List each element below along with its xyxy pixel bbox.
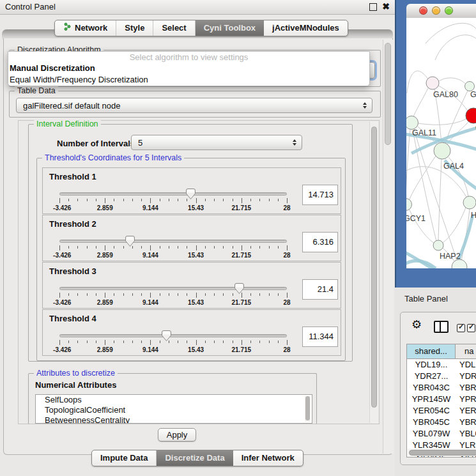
slider-tick [259,246,260,249]
network-node-gal80[interactable] [426,77,439,89]
tab-infer-network[interactable]: Infer Network [233,450,303,466]
tab-select[interactable]: Select [153,20,194,36]
slider-tick [233,341,233,343]
slider-tick-label: 21.715 [232,204,252,211]
network-node-gal11[interactable] [406,116,418,130]
tab-impute-data[interactable]: Impute Data [92,450,156,466]
network-canvas[interactable]: GAL80GACGAL11GAL4GCY1HHAP2 [406,18,476,268]
threshold-slider[interactable]: -3.4262.8599.14415.4321.71528 [59,188,287,213]
scrollbar-thumb[interactable] [385,43,391,145]
zoom-light-icon[interactable] [445,6,453,15]
attribute-item-betweennesscentrality[interactable]: BetweennessCentrality [36,415,312,424]
table-row[interactable]: YBR043CYBR0 [407,382,476,394]
slider-tick-label: -3.426 [53,204,71,211]
slider-track[interactable] [59,192,287,196]
tab-discretize-data[interactable]: Discretize Data [156,450,233,466]
thresholds-group: Threshold's Coordinates for 5 Intervals … [36,158,346,361]
table-hscrollbar[interactable] [408,449,476,456]
network-node-gcy1[interactable] [406,199,412,211]
close-light-icon[interactable] [419,6,427,15]
table-cell: YBL0 [456,428,476,440]
slider-track[interactable] [59,287,287,290]
tab-label: Impute Data [100,450,148,466]
attributes-group: Attributes to discretize Numerical Attri… [28,373,317,424]
float-window-icon[interactable] [369,3,377,11]
table-row[interactable]: YBL079WYBL0 [407,428,476,440]
slider-tick [259,341,260,343]
table-cell: YBR045C [407,417,456,428]
threshold-value-field[interactable]: 14.713 [302,185,338,205]
threshold-value-field[interactable]: 21.4 [302,279,338,300]
slider-tick [96,293,96,296]
table-data-combo[interactable]: galFiltered.sif default node [16,98,372,113]
gear-icon[interactable]: ⚙ [411,318,422,332]
slider-tick [278,341,279,343]
slider-tick [114,293,114,296]
slider-tick [150,245,151,250]
columns-icon[interactable] [434,321,449,333]
checkbox-icon[interactable] [467,324,475,332]
minimize-light-icon[interactable] [432,6,440,15]
numerical-attributes-list[interactable]: SelfLoopsTopologicalCoefficientBetweenne… [35,394,312,424]
table-row[interactable]: YDR27...YDR2 [407,371,476,382]
panel-scrollbar[interactable] [383,40,394,454]
slider-thumb[interactable] [162,330,171,341]
checkbox-icon[interactable] [457,324,465,332]
slider-thumb[interactable] [125,236,135,247]
combo-arrows-icon [363,102,367,109]
slider-tick [114,199,114,201]
table-row[interactable]: YPR145WYPR1 [407,394,476,405]
slider-tick [278,246,279,249]
scrollbar-thumb[interactable] [409,450,476,456]
slider-thumb[interactable] [186,188,196,199]
slider-tick [77,341,78,343]
network-node-hap2[interactable] [433,240,443,250]
network-node-h[interactable] [463,196,476,209]
apply-button[interactable]: Apply [158,428,196,441]
threshold-value-field[interactable]: 11.344 [302,326,338,347]
network-edge [439,78,465,84]
tab-network[interactable]: Network [55,20,116,36]
slider-tick [259,199,260,201]
number-of-intervals-combo[interactable]: 5 [131,135,302,150]
popup-option-manual-discretization[interactable]: Manual Discretization [8,63,369,74]
attribute-item-topologicalcoefficient[interactable]: TopologicalCoefficient [36,405,312,415]
slider-tick [141,341,142,343]
scrollbar-thumb[interactable] [305,396,310,420]
attribute-item-selfloops[interactable]: SelfLoops [36,395,312,405]
table-row[interactable]: YBR045CYBR0 [407,417,476,428]
slider-tick [269,341,270,343]
slider-tick [250,341,251,343]
slider-tick [287,340,288,345]
slider-tick [259,293,260,296]
close-icon[interactable]: ✖ [382,1,390,12]
slider-tick-label: 2.859 [97,252,113,259]
tab-style[interactable]: Style [116,20,153,36]
slider-tick-label: 15.43 [188,204,204,211]
scrollbar-thumb[interactable] [371,127,377,408]
tab-cyni-toolbox[interactable]: Cyni Toolbox [195,20,264,36]
table-row[interactable]: YDL19...YDL1 [407,359,476,371]
slider-tick-label: 28 [283,346,290,353]
threshold-slider[interactable]: -3.4262.8599.14415.4321.71528 [59,236,287,260]
slider-tick [287,198,288,203]
slider-tick [250,199,251,201]
threshold-slider[interactable]: -3.4262.8599.14415.4321.71528 [59,330,287,355]
slider-tick [105,293,105,298]
slider-thumb[interactable] [234,283,244,294]
list-scrollbar[interactable] [305,396,311,422]
column-header-shared-[interactable]: shared... [407,344,456,359]
popup-option-equal-width-frequency-discretization[interactable]: Equal Width/Frequency Discretization [8,74,369,86]
table-row[interactable]: YER054CYER0 [407,405,476,417]
slider-track[interactable] [59,240,287,243]
tab-jactivemnodules[interactable]: jActiveMNodules [264,20,348,36]
threshold-value-field[interactable]: 6.316 [302,232,338,252]
slider-track[interactable] [59,334,287,337]
slider-tick [123,246,124,249]
column-header-na[interactable]: na [456,344,476,359]
threshold-slider[interactable]: -3.4262.8599.14415.4321.71528 [59,283,287,307]
settings-scrollbar[interactable] [369,121,378,423]
network-node-gal4[interactable] [434,142,450,159]
slider-tick [242,245,242,250]
control-panel-titlebar: Control Panel ✖ [0,0,395,15]
